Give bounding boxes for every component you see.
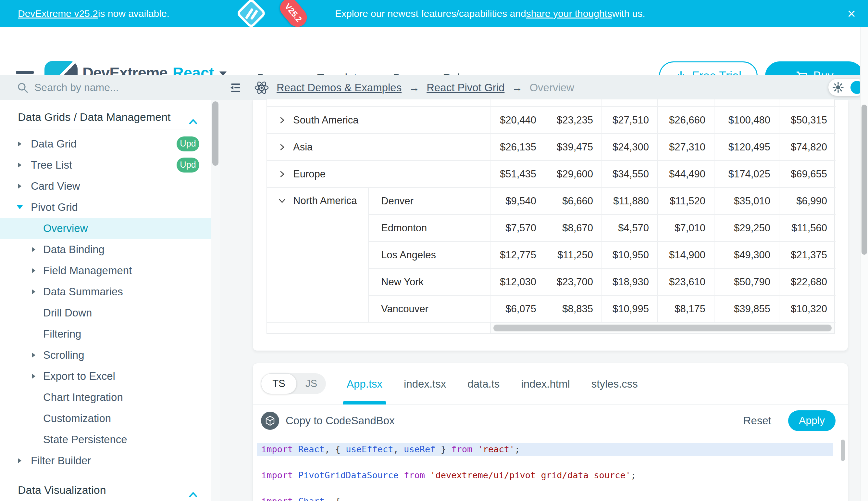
sidebar-item-field-management[interactable]: Field Management xyxy=(0,260,211,281)
lang-option-ts[interactable]: TS xyxy=(261,373,297,394)
expand-arrow-icon[interactable] xyxy=(18,141,21,147)
pivot-value-cell: $12,030 xyxy=(490,268,545,295)
pivot-value-cell: $11,880 xyxy=(602,188,658,214)
sidebar-item-data-binding[interactable]: Data Binding xyxy=(0,239,211,260)
sidebar-item-data-summaries[interactable]: Data Summaries xyxy=(0,281,211,302)
sidebar-search[interactable] xyxy=(0,75,216,100)
theme-toggle[interactable] xyxy=(828,79,865,96)
expand-arrow-icon[interactable] xyxy=(18,458,21,463)
app-header: JS DevExtreme React by DevExpress DemosT… xyxy=(0,27,868,75)
pivot-row-label[interactable]: South America xyxy=(267,107,490,134)
expand-row-icon[interactable] xyxy=(277,143,287,152)
expand-arrow-icon[interactable] xyxy=(32,289,35,294)
code-tabs-row: TS JS App.tsxindex.tsxdata.tsindex.htmls… xyxy=(253,363,848,405)
sidebar-scrollbar-thumb[interactable] xyxy=(212,102,218,166)
search-input[interactable] xyxy=(34,82,190,94)
page-scrollbar-thumb[interactable] xyxy=(861,105,867,255)
sidebar-item-tree-list[interactable]: Tree ListUpd xyxy=(0,154,211,175)
expand-arrow-icon[interactable] xyxy=(32,374,35,379)
sidebar-item-drill-down[interactable]: Drill Down xyxy=(0,302,211,323)
expand-arrow-icon[interactable] xyxy=(32,268,35,273)
tab-index-html[interactable]: index.html xyxy=(521,363,570,405)
pivot-value-cell: $27,310 xyxy=(658,134,714,160)
code-token: 'devextreme/ui/pivot_grid/data_source' xyxy=(430,470,631,480)
pivot-value-cell: $11,250 xyxy=(545,242,602,268)
pivot-row-label[interactable]: Asia xyxy=(267,134,490,160)
expand-arrow-icon[interactable] xyxy=(18,183,21,189)
subbar: React Demos & Examples → React Pivot Gri… xyxy=(0,75,868,100)
reset-button[interactable]: Reset xyxy=(743,415,771,427)
sidebar-item-data-grid[interactable]: Data GridUpd xyxy=(0,133,211,154)
pivot-value-cell: $20,440 xyxy=(490,107,545,134)
tab-label: index.tsx xyxy=(404,378,446,390)
sidebar-group-data-visualization[interactable]: Data Visualization xyxy=(0,480,211,500)
tab-index-tsx[interactable]: index.tsx xyxy=(404,363,446,405)
code-token: } xyxy=(436,444,451,454)
chevron-up-icon[interactable] xyxy=(189,487,197,500)
expand-row-icon[interactable] xyxy=(277,116,287,125)
expand-arrow-icon[interactable] xyxy=(32,352,35,358)
page-scrollbar-track[interactable] xyxy=(860,27,868,501)
sidebar-item-overview[interactable]: Overview xyxy=(0,218,211,239)
chevron-up-icon[interactable] xyxy=(189,492,197,498)
collapse-row-icon[interactable] xyxy=(277,196,287,205)
language-toggle[interactable]: TS JS xyxy=(261,373,326,394)
expand-arrow-icon[interactable] xyxy=(32,247,35,252)
banner-message-text: Explore our newest features/capabilities… xyxy=(335,8,526,19)
pivot-row-asia: Asia$26,135$39,475$24,300$27,310$120,495… xyxy=(267,134,836,160)
upd-badge: Upd xyxy=(177,137,199,151)
tab-data-ts[interactable]: data.ts xyxy=(468,363,499,405)
pivot-value-cell: $8,175 xyxy=(658,295,714,322)
pivot-row-label[interactable]: Europe xyxy=(267,160,490,188)
codesandbox-icon[interactable] xyxy=(261,412,279,430)
pivot-cell xyxy=(658,99,714,107)
pivot-value-cell: $51,435 xyxy=(490,160,545,188)
pivot-grid-demo-card: South America$20,440$23,235$27,510$26,66… xyxy=(253,100,848,351)
pivot-value-cell: $50,315 xyxy=(779,107,836,134)
chevron-up-icon[interactable] xyxy=(189,119,197,125)
pivot-row-label[interactable]: North America xyxy=(267,188,369,322)
expand-arrow-icon[interactable] xyxy=(18,162,21,168)
sidebar-item-scrolling[interactable]: Scrolling xyxy=(0,344,211,365)
tab-styles-css[interactable]: styles.css xyxy=(591,363,638,405)
sidebar-group-label: Data Visualization xyxy=(18,484,106,497)
code-scrollbar-thumb[interactable] xyxy=(841,440,845,461)
code-editor[interactable]: import React, { useEffect, useRef } from… xyxy=(253,437,848,501)
breadcrumb-link-demos[interactable]: React Demos & Examples xyxy=(277,82,402,94)
pivot-cell xyxy=(714,99,779,107)
code-token: useEffect xyxy=(346,444,393,454)
banner-version-link[interactable]: DevExtreme v25.2 xyxy=(18,8,98,19)
tab-app-tsx[interactable]: App.tsx xyxy=(347,363,382,405)
pivot-hscroll-track[interactable] xyxy=(490,323,834,333)
sidebar-item-chart-integration[interactable]: Chart Integration xyxy=(0,387,211,408)
sidebar-item-state-persistence[interactable]: State Persistence xyxy=(0,429,211,450)
banner-close-icon[interactable]: × xyxy=(843,0,859,27)
sidebar-item-export-to-excel[interactable]: Export to Excel xyxy=(0,365,211,387)
sidebar-item-card-view[interactable]: Card View xyxy=(0,175,211,196)
expand-row-icon[interactable] xyxy=(277,170,287,179)
collapse-arrow-icon[interactable] xyxy=(17,205,23,209)
share-thoughts-link[interactable]: share your thoughts xyxy=(526,8,612,19)
breadcrumb-link-pivot-grid[interactable]: React Pivot Grid xyxy=(427,82,504,94)
pivot-hscroll-thumb[interactable] xyxy=(493,324,832,331)
pivot-value-cell: $29,250 xyxy=(714,214,779,242)
copy-to-codesandbox-label[interactable]: Copy to CodeSandBox xyxy=(286,415,395,427)
sidebar-group-data-grids-data-management[interactable]: Data Grids / Data Management xyxy=(0,107,211,127)
sidebar-item-customization[interactable]: Customization xyxy=(0,408,211,429)
code-token: import xyxy=(261,444,293,454)
collapse-sidebar-icon[interactable] xyxy=(228,81,242,94)
banner-release-text: is now available. xyxy=(98,8,169,19)
sidebar-item-pivot-grid[interactable]: Pivot Grid xyxy=(0,196,211,218)
pivot-value-cell: $24,300 xyxy=(602,134,658,160)
pivot-value-cell: $34,550 xyxy=(602,160,658,188)
code-token: , { xyxy=(325,444,346,454)
sidebar-item-label: Pivot Grid xyxy=(31,201,78,213)
sidebar-group-label: Data Grids / Data Management xyxy=(18,111,171,124)
chevron-up-icon[interactable] xyxy=(189,114,197,127)
sidebar-item-label: Drill Down xyxy=(43,307,92,319)
sidebar-item-filter-builder[interactable]: Filter Builder xyxy=(0,450,211,471)
sidebar-item-filtering[interactable]: Filtering xyxy=(0,323,211,344)
lang-option-js[interactable]: JS xyxy=(297,373,326,394)
pivot-value-cell: $39,475 xyxy=(545,134,602,160)
apply-button[interactable]: Apply xyxy=(788,411,836,431)
